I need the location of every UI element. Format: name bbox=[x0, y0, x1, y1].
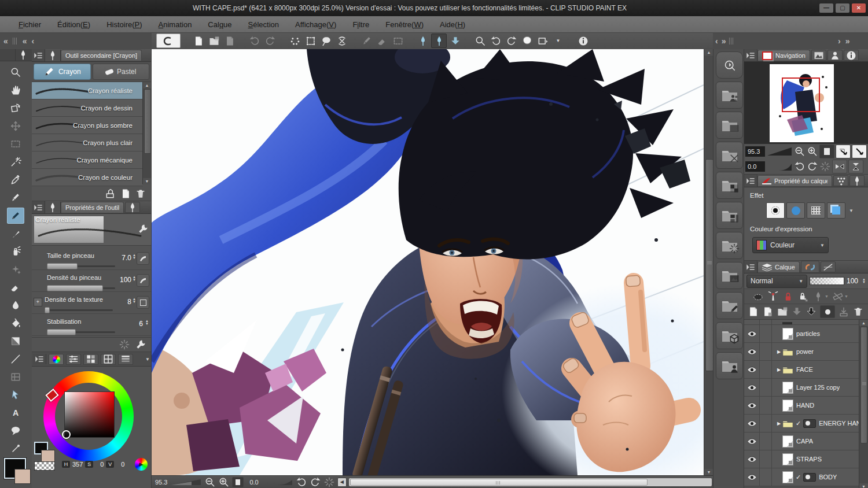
tab-subview[interactable] bbox=[811, 50, 826, 61]
menu-calque[interactable]: Calque bbox=[200, 20, 240, 29]
nav-reset-rotation-icon[interactable] bbox=[819, 161, 831, 172]
new-vector-layer-icon[interactable] bbox=[762, 306, 774, 317]
slider-stepper[interactable]: ▲▼ bbox=[133, 298, 136, 304]
layer-row-particles[interactable]: particles bbox=[744, 325, 859, 343]
lock-transparent-icon[interactable] bbox=[797, 291, 809, 302]
menu-affichagev[interactable]: Affichage(V) bbox=[287, 20, 344, 29]
move-tool[interactable] bbox=[7, 118, 24, 134]
menu-fentrew[interactable]: Fenêtre(W) bbox=[377, 20, 432, 29]
materials-images-button[interactable] bbox=[716, 112, 743, 139]
balloon-tool[interactable] bbox=[7, 423, 24, 439]
brush-item-crayon-plus-sombre[interactable]: Crayon plus sombre bbox=[32, 117, 143, 134]
layer-row-energy-hand[interactable]: ▶✓ENERGY HAND bbox=[744, 415, 859, 432]
navigation-menu-icon[interactable] bbox=[744, 49, 757, 61]
canvas-scroll-up-icon[interactable]: ▲ bbox=[704, 49, 713, 56]
collapse-left-dock-icon[interactable]: « bbox=[3, 34, 8, 49]
nav-flip-horizontal-icon[interactable] bbox=[832, 160, 847, 173]
collapse-right-single-icon[interactable]: ‹ bbox=[715, 34, 718, 49]
effect-tone-button[interactable] bbox=[807, 202, 825, 219]
materials-close-button[interactable] bbox=[716, 142, 743, 169]
figure-tool[interactable] bbox=[7, 351, 24, 367]
layer-thumbnail[interactable] bbox=[782, 328, 793, 340]
reset-tool-icon[interactable] bbox=[119, 339, 130, 350]
expand-right-single-icon[interactable]: › bbox=[838, 34, 841, 49]
layer-scroll-up-icon[interactable]: ▲ bbox=[859, 320, 868, 326]
selection-pen-button[interactable] bbox=[359, 34, 374, 47]
layer-row-capa[interactable]: CAPA bbox=[744, 432, 859, 450]
layer-thumbnail[interactable] bbox=[782, 453, 793, 465]
layer-row-layer-125-copy[interactable]: Layer 125 copy bbox=[744, 379, 859, 397]
dynamics-button[interactable] bbox=[137, 274, 149, 287]
eraser-tool[interactable] bbox=[7, 279, 24, 295]
tool-property-tab[interactable]: Propriétés de l'outil bbox=[61, 202, 124, 213]
materials-layout-button[interactable] bbox=[716, 202, 743, 229]
color-panel-menu-icon[interactable] bbox=[33, 354, 46, 364]
slider-track[interactable] bbox=[45, 309, 113, 311]
tab-tone[interactable] bbox=[833, 175, 848, 186]
auto-select-tool[interactable] bbox=[7, 154, 24, 170]
layer-row-power[interactable]: ▶power bbox=[744, 343, 859, 361]
layer-row-hand[interactable]: HAND bbox=[744, 397, 859, 415]
nav-fit-icon[interactable] bbox=[819, 145, 834, 158]
loupe-tool-button[interactable] bbox=[473, 34, 487, 47]
tab-overflow-icon[interactable]: ▼ bbox=[145, 357, 150, 362]
tab-item-bank[interactable] bbox=[827, 50, 843, 61]
folder-expander-icon[interactable]: ▶ bbox=[775, 421, 782, 426]
materials-3d-button[interactable] bbox=[716, 322, 743, 349]
register-brush-icon[interactable] bbox=[105, 188, 116, 199]
brush-item-crayon-plus-clair[interactable]: Crayon plus clair bbox=[32, 134, 143, 151]
collapse-left-panel-icon[interactable]: « bbox=[23, 34, 27, 49]
zoom-in-icon[interactable] bbox=[218, 476, 230, 488]
slider-stepper[interactable]: ▲▼ bbox=[133, 276, 136, 282]
mask-link-check-icon[interactable]: ✓ bbox=[796, 474, 801, 481]
layer-thumbnail[interactable] bbox=[782, 435, 793, 448]
sv-marker[interactable] bbox=[62, 430, 71, 439]
tab-layer-property[interactable]: Propriété du calque bbox=[757, 175, 832, 186]
operation-tool[interactable] bbox=[7, 387, 24, 403]
effect-watercolor-edge-button[interactable] bbox=[786, 202, 805, 219]
select-area-button[interactable] bbox=[303, 34, 318, 47]
layer-visibility-toggle[interactable] bbox=[744, 415, 760, 432]
nav-rotation-value[interactable]: 0.0 bbox=[745, 161, 765, 172]
layer-spare-cell[interactable] bbox=[760, 415, 772, 432]
layer-spare-cell[interactable] bbox=[760, 361, 772, 378]
slider-track[interactable] bbox=[47, 331, 115, 333]
layer-visibility-toggle[interactable] bbox=[744, 325, 760, 342]
tab-pastel[interactable]: Pastel bbox=[93, 64, 150, 80]
nav-rotate-right-icon[interactable] bbox=[807, 161, 818, 172]
opacity-stepper[interactable]: ▲▼ bbox=[862, 278, 866, 284]
sv-square[interactable] bbox=[64, 391, 115, 438]
collapse-left-panel-single-icon[interactable]: ‹ bbox=[32, 34, 35, 49]
lock-layer-icon[interactable] bbox=[782, 291, 794, 302]
canvas-hscrollbar[interactable] bbox=[349, 478, 712, 486]
erase-selection-button[interactable] bbox=[375, 34, 389, 47]
close-button[interactable]: ✕ bbox=[852, 3, 866, 13]
redo-button[interactable] bbox=[263, 34, 277, 47]
wrench-icon[interactable] bbox=[137, 223, 149, 235]
tab-pen-settings[interactable] bbox=[849, 175, 865, 186]
layer-visibility-toggle[interactable] bbox=[744, 432, 760, 450]
nav-flip-vertical-icon[interactable] bbox=[848, 160, 863, 173]
screen-mode-arrow[interactable]: ▼ bbox=[551, 34, 565, 47]
rotate-left-icon[interactable] bbox=[296, 476, 307, 488]
tab-navigation[interactable]: Navigation bbox=[757, 50, 810, 61]
brush-item-crayon-de-couleur[interactable]: Crayon de couleur bbox=[32, 169, 143, 186]
dock-grip-3[interactable] bbox=[729, 38, 734, 45]
new-folder-icon[interactable] bbox=[777, 306, 788, 317]
reset-rotation-icon[interactable] bbox=[323, 476, 335, 488]
correct-line-tool[interactable] bbox=[7, 441, 24, 457]
subtool-menu-icon[interactable] bbox=[32, 49, 45, 61]
layer-spare-cell[interactable] bbox=[760, 379, 772, 396]
tab-information[interactable] bbox=[844, 50, 859, 61]
tool-property-menu-icon[interactable] bbox=[32, 201, 45, 213]
menu-aideh[interactable]: Aide(H) bbox=[432, 20, 473, 29]
slider-stepper[interactable]: ▲▼ bbox=[133, 254, 136, 260]
layer-mask-thumbnail[interactable] bbox=[803, 473, 816, 482]
minimize-button[interactable]: — bbox=[819, 3, 833, 13]
fill-tool[interactable] bbox=[7, 315, 24, 331]
nav-zoom-value[interactable]: 95.3 bbox=[745, 146, 765, 157]
layer-row-face[interactable]: ▶FACE bbox=[744, 361, 859, 379]
ruler-icon[interactable]: ▼ bbox=[832, 291, 848, 302]
canvas-artwork[interactable] bbox=[152, 49, 704, 475]
canvas-vscrollbar[interactable]: ▲ ▼ bbox=[704, 49, 713, 475]
